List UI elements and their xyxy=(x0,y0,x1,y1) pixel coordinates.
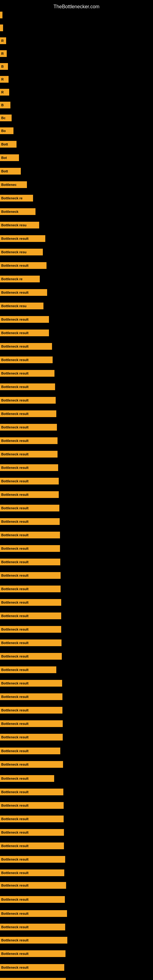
bar-label: Bottleneck result xyxy=(1,654,29,658)
bar-item: R xyxy=(0,37,6,44)
bar-item: Bottleneck re xyxy=(0,195,33,202)
bar-item: Bottleneck result xyxy=(0,680,62,687)
bar-label: Bottleneck result xyxy=(1,574,29,577)
bar-label: Bott xyxy=(1,142,8,146)
bar-item: Bottleneck result xyxy=(0,626,61,633)
bar-label: Bottleneck result xyxy=(1,601,29,604)
bar-item: Bottleneck result xyxy=(0,518,60,525)
bar-label: Bottleneck result xyxy=(1,627,29,631)
bar-label: Bottleneck result xyxy=(1,506,29,510)
bar-item: Bottleneck result xyxy=(0,491,59,498)
bar-label: Bottleneck result xyxy=(1,762,29,766)
bar-item: Bottleneck xyxy=(0,208,35,215)
bar-item: Bottleneck result xyxy=(0,882,66,889)
bar-item: Bottleneck result xyxy=(0,816,64,822)
bar-label: Bottleneck result xyxy=(1,398,29,402)
bar-label: Bottleneck result xyxy=(1,681,29,685)
bar-item: R xyxy=(0,76,9,83)
bar-item: R xyxy=(0,89,9,95)
bar-label: Bottleneck result xyxy=(1,520,29,523)
bar-item: Bottleneck result xyxy=(0,599,61,606)
bar-label: Bottleneck result xyxy=(1,547,29,550)
bar-item: Bottleneck result xyxy=(0,262,46,269)
bar-label: Bottleneck result xyxy=(1,560,29,564)
bar-item: Bottleneck result xyxy=(0,694,62,700)
bar-item: Bottleneck result xyxy=(0,964,64,971)
bar-label: Bottleneck result xyxy=(1,871,29,875)
bar-item: Bottleneck result xyxy=(0,316,49,323)
bar-label: Bottleneck resu xyxy=(1,304,27,308)
bar-label: Bottleneck result xyxy=(1,966,29,969)
bar-item: Bottleneck result xyxy=(0,289,47,296)
bar-label: Bottleneck result xyxy=(1,358,29,362)
bar-item: Bottleneck result xyxy=(0,775,54,782)
bar-item: Bottleneck result xyxy=(0,950,65,957)
bar-item: Bot xyxy=(0,154,19,161)
bar-label: Bott xyxy=(1,169,8,173)
bar-item: Bottleneck result xyxy=(0,343,52,350)
bar-label: Bottleneck result xyxy=(1,439,29,442)
bar-label: R xyxy=(1,78,4,81)
bar-label: Bottleneck result xyxy=(1,858,29,861)
bar-item: Bottleneck resu xyxy=(0,222,39,229)
bar-item: Bottleneck result xyxy=(0,585,61,592)
bar-item: Bottleneck result xyxy=(0,464,58,471)
bar-label: Bottleneck result xyxy=(1,641,29,645)
bar-label: Bottleneck result xyxy=(1,533,29,537)
bar-item: Bott xyxy=(0,141,16,148)
bar-label: Bottleneck resu xyxy=(1,250,27,254)
bar-label: Bottleneck result xyxy=(1,708,29,712)
bar-label: Bottleneck result xyxy=(1,452,29,456)
bar-label: Bottleneck result xyxy=(1,466,29,469)
bar-label: Bottleneck result xyxy=(1,371,29,375)
bar-item: Bottleneck result xyxy=(0,829,64,836)
bar-label: Bot xyxy=(1,156,7,159)
bar-item: Bottleneck resu xyxy=(0,249,43,255)
bar-item: Bottleneck result xyxy=(0,397,56,404)
bar-item: Bottleneck result xyxy=(0,235,45,242)
bar-label: Bottleneck result xyxy=(1,803,29,807)
bar-label: Bottleneck result xyxy=(1,587,29,591)
bar-item: Bottleneck result xyxy=(0,869,64,876)
bar-item: Bc xyxy=(0,115,12,121)
bar-item: Bottleneck result xyxy=(0,856,65,863)
bar-item: Bottleneck result xyxy=(0,558,60,565)
bar-item: Bottleneck result xyxy=(0,545,60,552)
bar-item: Bottleneck result xyxy=(0,438,57,444)
bar-item: Bottleneck result xyxy=(0,505,59,511)
bar-item: Bott xyxy=(0,168,21,175)
bar-label: Bottleneck result xyxy=(1,668,29,671)
bar-label: Bottleneck result xyxy=(1,883,29,887)
bar-label: Bo xyxy=(1,129,6,133)
bar-label: Bottleneck result xyxy=(1,897,29,901)
bar-item: Bottleneck result xyxy=(0,572,61,579)
bar-item: Bottleneck result xyxy=(0,896,65,903)
bar-label: B xyxy=(1,103,4,107)
bar-label: Bottleneck result xyxy=(1,722,29,725)
bar-label: Bottleneck result xyxy=(1,939,29,942)
bar-label: Bottleneck result xyxy=(1,237,29,240)
bar-item: Bottleneck result xyxy=(0,410,56,417)
bar-label: Bottleneck result xyxy=(1,817,29,821)
bar-item: Bottleneck result xyxy=(0,329,49,336)
bar-item: Bottlenec xyxy=(0,181,27,188)
bar-item: Bottleneck result xyxy=(0,910,67,917)
bar-item: Bottleneck result xyxy=(0,720,63,727)
bar-label: Bottleneck result xyxy=(1,952,29,956)
bar-label: Bottleneck result xyxy=(1,735,29,739)
bar-label: R xyxy=(1,39,4,43)
site-title: TheBottlenecker.com xyxy=(0,2,153,12)
bar-label: Bottleneck result xyxy=(1,493,29,496)
bar-label: Bottleneck re xyxy=(1,277,22,281)
bar-label: Bottleneck result xyxy=(1,331,29,335)
bar-item xyxy=(0,24,3,31)
bar-item: Bottleneck result xyxy=(0,356,53,363)
bar-item: Bottleneck result xyxy=(0,734,63,740)
bar-item: Bottleneck result xyxy=(0,653,62,660)
bar-item: Bottleneck result xyxy=(0,843,64,849)
bar-label: Bottleneck result xyxy=(1,830,29,834)
bar-label: Bottleneck result xyxy=(1,790,29,794)
bar-item: Bottleneck result xyxy=(0,640,62,646)
bar-item: Bottleneck result xyxy=(0,802,64,809)
bar-item: Bottleneck result xyxy=(0,531,60,538)
